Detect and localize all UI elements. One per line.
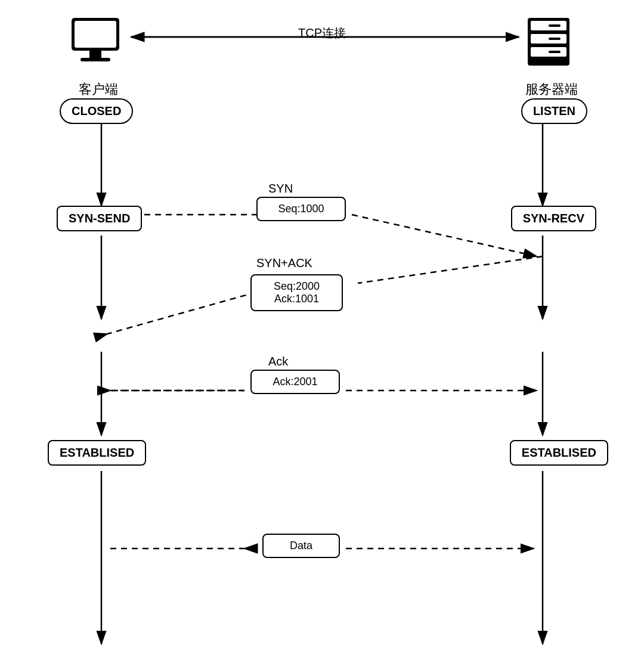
client-established-state: ESTABLISED [48,440,146,466]
client-icon [66,12,125,72]
diagram: TCP连接 客户端 服务器端 CLOSED LISTEN SYN Seq:100… [0,0,644,660]
svg-rect-24 [80,58,110,61]
svg-line-13 [352,215,537,256]
client-closed-state: CLOSED [60,98,133,124]
syn-ack-seq: Seq:2000 [261,280,332,293]
svg-rect-22 [75,21,116,48]
syn-ack-label: SYN+ACK [256,256,312,270]
server-icon [519,12,578,72]
client-syn-send-state: SYN-SEND [57,206,142,231]
svg-line-14 [358,256,543,283]
server-syn-recv-state: SYN-RECV [511,206,596,231]
server-listen-state: LISTEN [521,98,587,124]
svg-rect-29 [549,24,561,27]
client-label: 客户端 [69,80,128,98]
ack-packet: Ack:2001 [250,370,340,394]
server-label: 服务器端 [516,80,587,98]
ack-label: Ack [268,355,288,368]
syn-label: SYN [268,182,293,196]
svg-rect-23 [89,51,101,58]
svg-rect-30 [549,38,561,40]
svg-rect-31 [549,51,561,53]
syn-ack-packet: Seq:2000 Ack:1001 [250,274,343,311]
syn-ack-ack: Ack:1001 [261,293,332,305]
syn-packet: Seq:1000 [256,197,346,221]
server-established-state: ESTABLISED [510,440,608,466]
svg-line-15 [107,292,256,334]
tcp-label: TCP连接 [262,25,382,41]
data-packet: Data [262,534,340,558]
